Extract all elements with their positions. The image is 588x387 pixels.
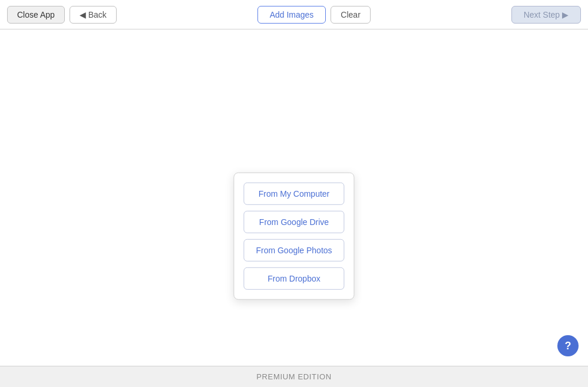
footer: PREMIUM EDITION [0,366,588,387]
from-dropbox-button[interactable]: From Dropbox [243,267,344,289]
next-step-button[interactable]: Next Step ▶ [511,6,581,24]
header-left: Close App ◀ Back [7,6,117,24]
help-button[interactable]: ? [557,335,579,356]
add-images-button[interactable]: Add Images [257,6,326,24]
close-app-button[interactable]: Close App [7,6,65,24]
add-images-popup: From My Computer From Google Drive From … [233,172,354,299]
edition-label: PREMIUM EDITION [256,372,331,381]
clear-button[interactable]: Clear [331,6,370,24]
back-button[interactable]: ◀ Back [70,6,117,24]
from-google-drive-button[interactable]: From Google Drive [243,210,344,233]
header: Close App ◀ Back Add Images Clear Next S… [0,0,588,29]
from-google-photos-button[interactable]: From Google Photos [243,239,344,261]
main-content: Drag your images here... From My Compute… [0,29,588,366]
header-center: Add Images Clear [257,6,371,24]
from-computer-button[interactable]: From My Computer [243,182,344,204]
